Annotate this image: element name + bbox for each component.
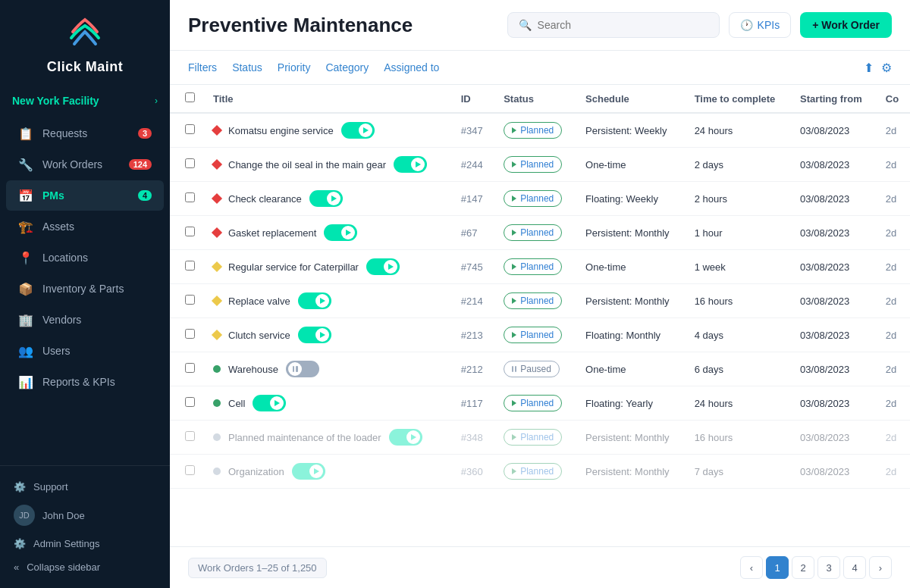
row-title: Change the oil seal in the main gear bbox=[228, 159, 386, 170]
filter-tab-filters[interactable]: Filters bbox=[188, 58, 217, 77]
row-time-cell: 1 hour bbox=[686, 216, 791, 250]
row-co-cell: 2d bbox=[877, 455, 910, 489]
filter-tab-assigned[interactable]: Assigned to bbox=[384, 58, 439, 77]
support-button[interactable]: ⚙️ Support bbox=[6, 475, 164, 499]
search-box[interactable]: 🔍 bbox=[507, 12, 720, 38]
row-schedule-cell: Floating: Weekly bbox=[576, 182, 686, 216]
user-profile[interactable]: JD John Doe bbox=[6, 499, 164, 532]
prev-page-button[interactable]: ‹ bbox=[740, 556, 763, 579]
toggle-button[interactable] bbox=[292, 463, 325, 480]
row-title: Gasket replacement bbox=[228, 227, 316, 239]
row-checkbox[interactable] bbox=[185, 329, 195, 339]
title-cell: Gasket replacement bbox=[213, 224, 443, 241]
settings-icon[interactable]: ⚙ bbox=[881, 61, 892, 75]
filter-tab-category[interactable]: Category bbox=[325, 58, 369, 77]
page-button-2[interactable]: 2 bbox=[792, 556, 814, 579]
toggle-button[interactable] bbox=[309, 190, 343, 207]
row-status-cell: Planned bbox=[494, 148, 576, 182]
sidebar-item-label: Vendors bbox=[42, 314, 81, 326]
toggle-button[interactable] bbox=[389, 429, 422, 446]
sidebar-item-label: Assets bbox=[42, 220, 74, 233]
sidebar-item-inventory[interactable]: 📦 Inventory & Parts bbox=[6, 274, 164, 304]
status-badge: Planned bbox=[504, 122, 562, 139]
toggle-button[interactable] bbox=[286, 361, 319, 377]
status-play-icon bbox=[512, 468, 516, 474]
sidebar-item-reports[interactable]: 📊 Reports & KPIs bbox=[6, 367, 164, 397]
facility-name: New York Facility bbox=[12, 95, 99, 107]
row-checkbox[interactable] bbox=[185, 295, 195, 305]
sidebar-item-assets[interactable]: 🏗️ Assets bbox=[6, 211, 164, 242]
filter-tab-priority[interactable]: Priority bbox=[278, 58, 311, 77]
sidebar-item-users[interactable]: 👥 Users bbox=[6, 336, 164, 366]
toggle-button[interactable] bbox=[394, 156, 427, 173]
row-time-cell: 6 days bbox=[686, 352, 791, 386]
toggle-button[interactable] bbox=[298, 327, 331, 343]
row-time-cell: 1 week bbox=[686, 250, 791, 284]
priority-dot-icon bbox=[213, 468, 221, 475]
sidebar-item-locations[interactable]: 📍 Locations bbox=[6, 242, 164, 273]
row-checkbox[interactable] bbox=[185, 363, 195, 373]
page-button-3[interactable]: 3 bbox=[817, 556, 840, 579]
toggle-knob bbox=[315, 294, 329, 308]
row-checkbox-cell bbox=[170, 284, 204, 318]
row-id-cell: #244 bbox=[452, 148, 494, 182]
row-checkbox[interactable] bbox=[185, 465, 195, 475]
table-row: Replace valve #214 Planned Persistent: M… bbox=[170, 284, 910, 318]
row-title-cell: Cell bbox=[204, 386, 452, 421]
export-icon[interactable]: ⬆ bbox=[864, 61, 874, 75]
toggle-button[interactable] bbox=[324, 224, 357, 241]
row-checkbox[interactable] bbox=[185, 261, 195, 271]
row-title: Organization bbox=[228, 466, 284, 477]
collapse-sidebar-button[interactable]: « Collapse sidebar bbox=[6, 555, 164, 579]
col-title: Title bbox=[204, 85, 452, 113]
row-starting-cell: 03/08/2023 bbox=[791, 250, 877, 284]
row-checkbox[interactable] bbox=[185, 397, 195, 407]
row-checkbox[interactable] bbox=[185, 227, 195, 236]
table-action-icons: ⬆ ⚙ bbox=[864, 61, 892, 75]
toggle-play-icon bbox=[275, 400, 280, 406]
row-co-cell: 2d bbox=[877, 421, 910, 455]
row-checkbox[interactable] bbox=[185, 431, 195, 441]
select-all-checkbox[interactable] bbox=[185, 92, 195, 102]
sidebar-item-work-orders[interactable]: 🔧 Work Orders 124 bbox=[6, 149, 164, 180]
row-checkbox-cell bbox=[170, 421, 204, 455]
row-checkbox[interactable] bbox=[185, 192, 195, 202]
next-page-button[interactable]: › bbox=[869, 556, 892, 579]
toggle-play-icon bbox=[314, 468, 319, 474]
kpi-clock-icon: 🕐 bbox=[740, 19, 753, 31]
row-starting-cell: 03/08/2023 bbox=[791, 352, 877, 386]
table-row: Organization #360 Planned Persistent: Mo… bbox=[170, 455, 910, 489]
row-starting: 03/08/2023 bbox=[800, 398, 849, 409]
row-checkbox[interactable] bbox=[185, 124, 195, 134]
title-cell: Clutch service bbox=[213, 327, 443, 343]
admin-settings-button[interactable]: ⚙️ Admin Settings bbox=[6, 532, 164, 555]
row-starting-cell: 03/08/2023 bbox=[791, 284, 877, 318]
row-co-cell: 2d bbox=[877, 318, 910, 352]
sidebar-item-pms[interactable]: 📅 PMs 4 bbox=[6, 180, 164, 211]
row-title-cell: Komatsu engine service bbox=[204, 113, 452, 148]
filter-tab-status[interactable]: Status bbox=[232, 58, 262, 77]
work-order-button[interactable]: + Work Order bbox=[800, 12, 892, 38]
page-button-1[interactable]: 1 bbox=[766, 556, 789, 579]
toggle-button[interactable] bbox=[366, 258, 400, 275]
facility-selector[interactable]: New York Facility › bbox=[0, 87, 170, 114]
sidebar-item-requests[interactable]: 📋 Requests 3 bbox=[6, 118, 164, 149]
status-play-icon bbox=[512, 195, 516, 202]
page-button-4[interactable]: 4 bbox=[843, 556, 866, 579]
app-name: Click Maint bbox=[47, 59, 124, 75]
sidebar-item-vendors[interactable]: 🏢 Vendors bbox=[6, 305, 164, 335]
row-time: 16 hours bbox=[695, 296, 733, 307]
toggle-button[interactable] bbox=[341, 122, 375, 139]
priority-diamond-icon bbox=[212, 261, 222, 272]
toggle-button[interactable] bbox=[253, 395, 286, 411]
priority-diamond-icon bbox=[212, 125, 222, 136]
toggle-button[interactable] bbox=[298, 292, 331, 309]
kpi-button[interactable]: 🕐 KPIs bbox=[729, 12, 792, 38]
row-checkbox-cell bbox=[170, 386, 204, 421]
search-input[interactable] bbox=[538, 19, 708, 31]
row-title: Warehouse bbox=[228, 364, 278, 375]
row-checkbox[interactable] bbox=[185, 158, 195, 168]
row-time-cell: 24 hours bbox=[686, 113, 791, 148]
row-schedule-cell: Floating: Monthly bbox=[576, 318, 686, 352]
row-starting-cell: 03/08/2023 bbox=[791, 216, 877, 250]
